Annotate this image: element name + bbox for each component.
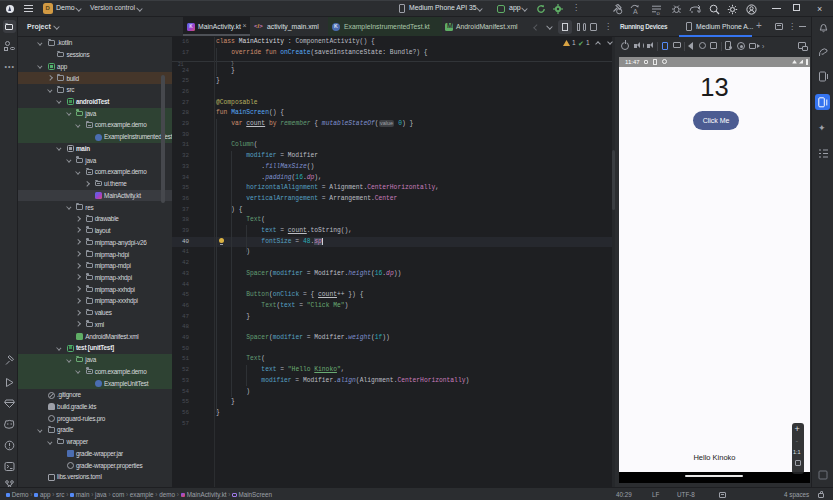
svg-text:o: o: [657, 9, 661, 15]
svg-text:A: A: [633, 7, 638, 14]
